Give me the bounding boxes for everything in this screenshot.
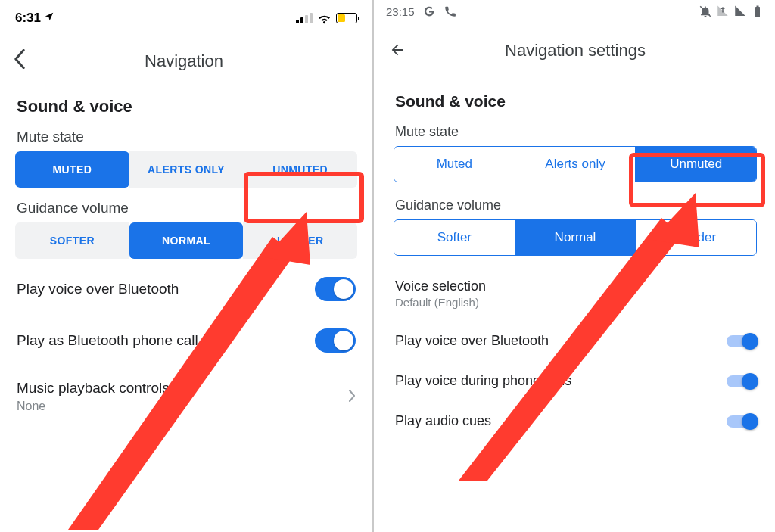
wifi-icon (317, 13, 331, 24)
mute-state-option-unmuted[interactable]: UNMUTED (243, 151, 357, 188)
section-heading: Sound & voice (375, 73, 775, 120)
mute-state-label: Mute state (0, 121, 372, 151)
row-label: Play as Bluetooth phone call (17, 332, 198, 349)
mute-state-option-unmuted[interactable]: Unmuted (635, 147, 756, 182)
page-title: Navigation settings (412, 41, 761, 61)
mute-state-segmented: Muted Alerts only Unmuted (394, 146, 757, 182)
cell-signal-icon (296, 13, 313, 23)
ios-header: Navigation (0, 30, 372, 83)
signal-down-icon (716, 5, 730, 18)
row-label: Play audio cues (395, 413, 491, 429)
row-label: Play voice over Bluetooth (395, 333, 549, 349)
mute-state-option-alerts[interactable]: ALERTS ONLY (129, 151, 244, 188)
mute-state-option-muted[interactable]: Muted (394, 147, 515, 182)
guidance-option-softer[interactable]: SOFTER (15, 222, 129, 259)
row-bluetooth-voice[interactable]: Play voice over Bluetooth (375, 321, 775, 361)
location-arrow-icon (44, 11, 54, 26)
row-value: None (17, 400, 170, 413)
row-voice-selection[interactable]: Voice selection Default (English) (375, 266, 775, 321)
back-button[interactable] (14, 45, 32, 77)
chevron-right-icon (348, 387, 356, 406)
signal-icon (733, 5, 747, 18)
battery-full-icon (751, 5, 764, 18)
mute-state-option-muted[interactable]: MUTED (15, 151, 129, 188)
guidance-volume-label: Guidance volume (375, 193, 775, 219)
row-voice-during-calls[interactable]: Play voice during phone calls (375, 361, 775, 401)
toggle-switch[interactable] (727, 375, 755, 387)
row-label: Voice selection (395, 278, 755, 294)
guidance-option-louder[interactable]: LOUDER (243, 222, 357, 259)
google-icon (422, 5, 436, 18)
status-time-group: 6:31 (15, 11, 54, 26)
section-heading: Sound & voice (0, 83, 372, 121)
android-status-bar: 23:15 (375, 0, 775, 20)
row-label: Play voice over Bluetooth (17, 281, 179, 297)
guidance-option-normal[interactable]: Normal (515, 220, 636, 255)
battery-icon (336, 13, 357, 23)
mute-state-segmented: MUTED ALERTS ONLY UNMUTED (15, 151, 357, 188)
back-button[interactable] (389, 35, 412, 67)
toggle-switch[interactable] (727, 335, 755, 347)
row-bluetooth-call[interactable]: Play as Bluetooth phone call (0, 315, 372, 366)
toggle-switch[interactable] (727, 415, 755, 428)
row-value: Default (English) (395, 296, 755, 309)
status-time: 6:31 (15, 11, 41, 26)
row-audio-cues[interactable]: Play audio cues (375, 401, 775, 441)
page-title: Navigation (32, 51, 336, 71)
row-label: Music playback controls (17, 380, 170, 397)
guidance-option-normal[interactable]: NORMAL (129, 222, 244, 259)
row-music-playback[interactable]: Music playback controls None (0, 366, 372, 413)
row-bluetooth-voice[interactable]: Play voice over Bluetooth (0, 263, 372, 315)
guidance-option-softer[interactable]: Softer (394, 220, 515, 255)
guidance-volume-segmented: Softer Normal Louder (394, 219, 757, 256)
android-header: Navigation settings (375, 20, 775, 73)
row-label: Play voice during phone calls (395, 373, 571, 389)
bell-off-icon (699, 5, 712, 18)
toggle-switch[interactable] (315, 277, 356, 301)
guidance-volume-label: Guidance volume (0, 192, 372, 222)
guidance-volume-segmented: SOFTER NORMAL LOUDER (15, 222, 357, 259)
guidance-option-louder[interactable]: Louder (635, 220, 756, 255)
android-screen: 23:15 Navigation settings Sound & voice … (375, 0, 775, 532)
ios-screen: 6:31 Navigation Sound & voice Mute state… (0, 0, 374, 532)
phone-icon (444, 5, 457, 18)
status-time: 23:15 (386, 5, 415, 18)
ios-status-bar: 6:31 (0, 0, 372, 30)
toggle-switch[interactable] (315, 328, 356, 353)
mute-state-option-alerts[interactable]: Alerts only (515, 147, 636, 182)
mute-state-label: Mute state (375, 120, 775, 146)
